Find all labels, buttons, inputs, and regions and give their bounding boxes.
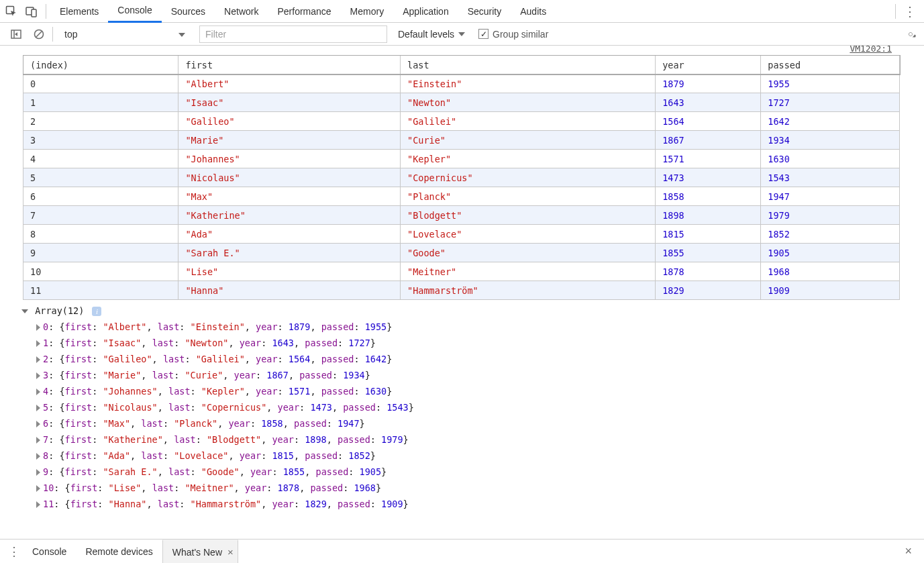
array-label: Array(12) bbox=[35, 305, 84, 316]
console-settings-icon[interactable] bbox=[901, 25, 920, 44]
tab-audits[interactable]: Audits bbox=[511, 0, 556, 23]
array-item[interactable]: 10: {first: "Lise", last: "Meitner", yea… bbox=[23, 480, 924, 496]
table-cell: 1934 bbox=[761, 131, 900, 150]
info-icon[interactable]: i bbox=[92, 307, 101, 316]
table-cell: 6 bbox=[23, 187, 178, 206]
table-cell: 1571 bbox=[656, 150, 761, 168]
array-item[interactable]: 1: {first: "Isaac", last: "Newton", year… bbox=[23, 335, 924, 351]
table-cell: 10 bbox=[23, 262, 178, 281]
column-header[interactable]: (index) bbox=[23, 56, 178, 74]
table-cell: 7 bbox=[23, 206, 178, 225]
table-row[interactable]: 4"Johannes""Kepler"15711630 bbox=[23, 150, 900, 168]
drawer-tab-what-s-new[interactable]: What's New× bbox=[162, 540, 238, 564]
tab-elements[interactable]: Elements bbox=[50, 0, 108, 23]
console-toolbar: top Default levels ✓ Group similar bbox=[0, 23, 924, 46]
levels-label: Default levels bbox=[398, 29, 454, 40]
table-cell: 1564 bbox=[656, 112, 761, 131]
table-cell: 1855 bbox=[656, 244, 761, 262]
array-item[interactable]: 11: {first: "Hanna", last: "Hammarström"… bbox=[23, 496, 924, 512]
table-cell: 1867 bbox=[656, 131, 761, 150]
table-cell: "Nicolaus" bbox=[178, 168, 401, 187]
disclosure-triangle-icon bbox=[36, 405, 40, 411]
tab-memory[interactable]: Memory bbox=[341, 0, 394, 23]
table-cell: 9 bbox=[23, 244, 178, 262]
table-cell: 1852 bbox=[761, 225, 900, 244]
context-label: top bbox=[64, 29, 77, 40]
tab-performance[interactable]: Performance bbox=[268, 0, 340, 23]
table-row[interactable]: 0"Albert""Einstein"18791955 bbox=[23, 74, 900, 93]
message-source-link[interactable]: VM1202:1 bbox=[0, 46, 924, 55]
column-header[interactable]: passed bbox=[761, 56, 900, 74]
inspect-element-icon[interactable] bbox=[1, 0, 21, 23]
disclosure-triangle-icon bbox=[36, 453, 40, 460]
console-output[interactable]: VM1202:1 (index)firstlastyearpassed 0"Al… bbox=[0, 46, 924, 539]
table-row[interactable]: 11"Hanna""Hammarström"18291909 bbox=[23, 281, 900, 300]
table-cell: "Galileo" bbox=[178, 112, 401, 131]
column-header[interactable]: year bbox=[656, 56, 761, 74]
array-item[interactable]: 8: {first: "Ada", last: "Lovelace", year… bbox=[23, 448, 924, 464]
table-row[interactable]: 5"Nicolaus""Copernicus"14731543 bbox=[23, 168, 900, 187]
more-menu-icon[interactable]: ⋮ bbox=[900, 0, 920, 23]
array-item[interactable]: 3: {first: "Marie", last: "Curie", year:… bbox=[23, 367, 924, 383]
column-header[interactable]: last bbox=[401, 56, 656, 74]
tab-network[interactable]: Network bbox=[215, 0, 268, 23]
array-item[interactable]: 5: {first: "Nicolaus", last: "Copernicus… bbox=[23, 399, 924, 415]
drawer-tab-remote-devices[interactable]: Remote devices bbox=[76, 540, 162, 564]
drawer-menu-icon[interactable]: ⋮ bbox=[5, 544, 23, 559]
array-item[interactable]: 4: {first: "Johannes", last: "Kepler", y… bbox=[23, 383, 924, 399]
execution-context-select[interactable]: top bbox=[57, 25, 191, 43]
table-row[interactable]: 9"Sarah E.""Goode"18551905 bbox=[23, 244, 900, 262]
tab-security[interactable]: Security bbox=[458, 0, 511, 23]
table-cell: "Curie" bbox=[401, 131, 656, 150]
tab-console[interactable]: Console bbox=[108, 0, 161, 23]
table-cell: "Lovelace" bbox=[401, 225, 656, 244]
table-cell: "Marie" bbox=[178, 131, 401, 150]
disclosure-triangle-icon bbox=[36, 485, 40, 492]
log-levels-select[interactable]: Default levels bbox=[387, 25, 472, 43]
table-cell: 1829 bbox=[656, 281, 761, 300]
table-cell: 0 bbox=[23, 74, 178, 93]
table-cell: 1968 bbox=[761, 262, 900, 281]
device-toolbar-icon[interactable] bbox=[21, 0, 42, 23]
column-header[interactable]: first bbox=[178, 56, 401, 74]
disclosure-triangle-icon bbox=[36, 356, 40, 363]
tab-sources[interactable]: Sources bbox=[162, 0, 215, 23]
drawer-tabs: ⋮ ConsoleRemote devicesWhat's New× × bbox=[0, 539, 924, 563]
drawer-tab-console[interactable]: Console bbox=[23, 540, 76, 564]
table-cell: "Max" bbox=[178, 187, 401, 206]
array-item[interactable]: 7: {first: "Katherine", last: "Blodgett"… bbox=[23, 431, 924, 448]
table-cell: 1473 bbox=[656, 168, 761, 187]
table-cell: "Meitner" bbox=[401, 262, 656, 281]
array-item[interactable]: 0: {first: "Albert", last: "Einstein", y… bbox=[23, 319, 924, 335]
table-cell: "Copernicus" bbox=[401, 168, 656, 187]
table-cell: "Planck" bbox=[401, 187, 656, 206]
array-item[interactable]: 9: {first: "Sarah E.", last: "Goode", ye… bbox=[23, 464, 924, 480]
table-row[interactable]: 2"Galileo""Galilei"15641642 bbox=[23, 112, 900, 131]
table-cell: 1815 bbox=[656, 225, 761, 244]
table-cell: "Einstein" bbox=[401, 74, 656, 93]
table-row[interactable]: 8"Ada""Lovelace"18151852 bbox=[23, 225, 900, 244]
disclosure-triangle-icon bbox=[36, 421, 40, 427]
filter-input[interactable] bbox=[199, 25, 387, 43]
table-cell: "Goode" bbox=[401, 244, 656, 262]
table-cell: 1879 bbox=[656, 74, 761, 93]
svg-point-5 bbox=[909, 32, 912, 35]
console-table: (index)firstlastyearpassed 0"Albert""Ein… bbox=[23, 55, 900, 300]
group-similar-toggle[interactable]: ✓ Group similar bbox=[472, 29, 548, 40]
close-drawer-button[interactable]: × bbox=[898, 544, 919, 558]
table-row[interactable]: 10"Lise""Meitner"18781968 bbox=[23, 262, 900, 281]
table-row[interactable]: 6"Max""Planck"18581947 bbox=[23, 187, 900, 206]
toggle-sidebar-icon[interactable] bbox=[7, 25, 25, 44]
close-tab-icon[interactable]: × bbox=[227, 546, 234, 558]
array-item[interactable]: 2: {first: "Galileo", last: "Galilei", y… bbox=[23, 351, 924, 367]
disclosure-triangle-open-icon bbox=[21, 309, 28, 313]
clear-console-icon[interactable] bbox=[30, 25, 48, 44]
table-row[interactable]: 7"Katherine""Blodgett"18981979 bbox=[23, 206, 900, 225]
table-cell: "Johannes" bbox=[178, 150, 401, 168]
array-item[interactable]: 6: {first: "Max", last: "Planck", year: … bbox=[23, 415, 924, 431]
table-row[interactable]: 3"Marie""Curie"18671934 bbox=[23, 131, 900, 150]
table-row[interactable]: 1"Isaac""Newton"16431727 bbox=[23, 93, 900, 112]
array-header[interactable]: Array(12) i bbox=[23, 303, 924, 319]
tab-application[interactable]: Application bbox=[393, 0, 458, 23]
divider bbox=[895, 4, 896, 19]
